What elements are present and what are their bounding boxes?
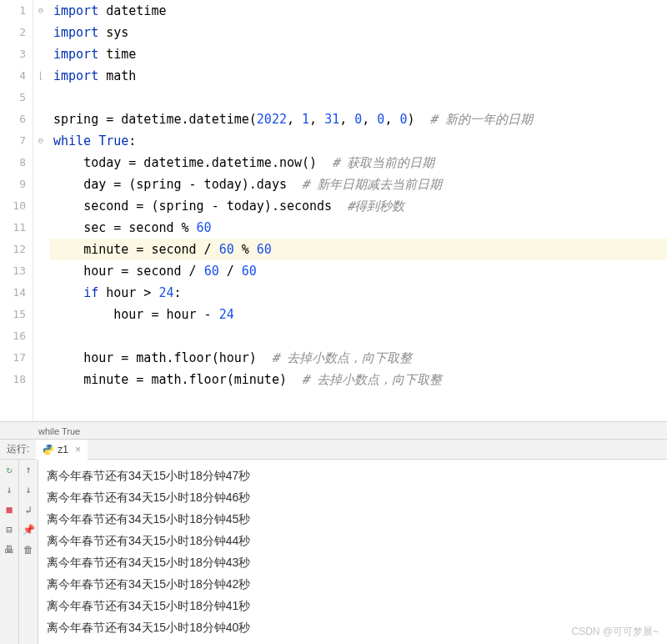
wrap-button[interactable]: ↲ bbox=[22, 503, 35, 516]
line-number: 14 bbox=[0, 282, 26, 304]
line-number: 17 bbox=[0, 347, 26, 369]
line-number: 3 bbox=[0, 43, 26, 65]
line-number: 15 bbox=[0, 304, 26, 325]
line-number: 2 bbox=[0, 22, 26, 43]
console-line: 离今年春节还有34天15小时18分钟45秒 bbox=[47, 508, 659, 530]
fold-marker[interactable]: ⊖ bbox=[33, 130, 48, 152]
fold-marker bbox=[33, 347, 48, 369]
line-number: 11 bbox=[0, 217, 26, 239]
code-line[interactable]: hour = hour - 24 bbox=[50, 304, 667, 325]
fold-marker bbox=[33, 282, 48, 304]
code-line[interactable]: hour = second / 60 / 60 bbox=[50, 260, 667, 282]
console-toolbar-left: ↻ ↓ ■ ⊟ 🖶 bbox=[0, 460, 19, 644]
code-line[interactable] bbox=[50, 325, 667, 347]
code-line[interactable]: import sys bbox=[50, 22, 667, 43]
breadcrumb[interactable]: while True bbox=[0, 421, 667, 440]
line-number: 18 bbox=[0, 369, 26, 390]
fold-marker bbox=[33, 239, 48, 260]
code-line[interactable]: minute = math.floor(minute) # 去掉小数点，向下取整 bbox=[50, 369, 667, 390]
fold-marker[interactable]: ⌊ bbox=[33, 65, 48, 87]
fold-marker bbox=[33, 195, 48, 217]
fold-marker bbox=[33, 152, 48, 174]
console-line: 离今年春节还有34天15小时18分钟46秒 bbox=[47, 486, 659, 508]
watermark: CSDN @可可梦展~ bbox=[571, 625, 659, 639]
scroll-down-button[interactable]: ↓ bbox=[22, 483, 35, 496]
code-line[interactable]: import math bbox=[50, 65, 667, 87]
line-number: 8 bbox=[0, 152, 26, 174]
line-number: 1 bbox=[0, 0, 26, 22]
console-line: 离今年春节还有34天15小时18分钟40秒 bbox=[47, 616, 659, 638]
fold-marker bbox=[33, 108, 48, 130]
layout-button[interactable]: ⊟ bbox=[3, 523, 16, 536]
fold-marker bbox=[33, 217, 48, 239]
code-line[interactable]: if hour > 24: bbox=[50, 282, 667, 304]
down-button[interactable]: ↓ bbox=[3, 483, 16, 496]
code-editor[interactable]: 123456789101112131415161718 ⊖⌊⊖ import d… bbox=[0, 0, 667, 421]
console-line: 离今年春节还有34天15小时18分钟44秒 bbox=[47, 530, 659, 551]
line-number: 9 bbox=[0, 174, 26, 195]
scroll-up-button[interactable]: ↑ bbox=[22, 463, 35, 476]
line-number: 5 bbox=[0, 87, 26, 108]
code-line[interactable]: today = datetime.datetime.now() # 获取当前的日… bbox=[50, 152, 667, 174]
code-area[interactable]: import datetimeimport sysimport timeimpo… bbox=[48, 0, 667, 421]
fold-marker bbox=[33, 22, 48, 43]
fold-marker bbox=[33, 174, 48, 195]
line-number: 4 bbox=[0, 65, 26, 87]
python-icon bbox=[43, 444, 54, 455]
console-line: 离今年春节还有34天15小时18分钟42秒 bbox=[47, 573, 659, 595]
fold-gutter[interactable]: ⊖⌊⊖ bbox=[33, 0, 48, 421]
trash-button[interactable]: 🗑 bbox=[22, 543, 35, 556]
console-line: 离今年春节还有34天15小时18分钟41秒 bbox=[47, 595, 659, 616]
code-line[interactable]: second = (spring - today).seconds #得到秒数 bbox=[50, 195, 667, 217]
fold-marker bbox=[33, 369, 48, 390]
code-line[interactable]: hour = math.floor(hour) # 去掉小数点，向下取整 bbox=[50, 347, 667, 369]
line-number: 7 bbox=[0, 130, 26, 152]
svg-point-0 bbox=[47, 445, 48, 446]
pin-button[interactable]: 📌 bbox=[22, 523, 35, 536]
line-number-gutter: 123456789101112131415161718 bbox=[0, 0, 33, 421]
code-line[interactable]: day = (spring - today).days # 新年日期减去当前日期 bbox=[50, 174, 667, 195]
code-line[interactable]: while True: bbox=[50, 130, 667, 152]
line-number: 13 bbox=[0, 260, 26, 282]
print-button[interactable]: 🖶 bbox=[3, 543, 16, 556]
line-number: 6 bbox=[0, 108, 26, 130]
console-toolbar-right: ↑ ↓ ↲ 📌 🗑 bbox=[19, 460, 38, 644]
code-line[interactable] bbox=[50, 87, 667, 108]
code-line[interactable]: spring = datetime.datetime(2022, 1, 31, … bbox=[50, 108, 667, 130]
fold-marker bbox=[33, 87, 48, 108]
fold-marker[interactable]: ⊖ bbox=[33, 0, 48, 22]
svg-point-1 bbox=[49, 452, 50, 453]
fold-marker bbox=[33, 260, 48, 282]
rerun-button[interactable]: ↻ bbox=[3, 463, 16, 476]
close-icon[interactable]: × bbox=[75, 444, 81, 455]
code-line[interactable]: sec = second % 60 bbox=[50, 217, 667, 239]
console-line: 离今年春节还有34天15小时18分钟43秒 bbox=[47, 551, 659, 573]
fold-marker bbox=[33, 304, 48, 325]
breadcrumb-text: while True bbox=[38, 426, 80, 436]
line-number: 12 bbox=[0, 239, 26, 260]
run-tab[interactable]: z1 × bbox=[36, 440, 88, 460]
run-label: 运行: bbox=[0, 442, 36, 456]
fold-marker bbox=[33, 43, 48, 65]
fold-marker bbox=[33, 325, 48, 347]
run-toolbar: 运行: z1 × bbox=[0, 440, 667, 460]
console-line: 离今年春节还有34天15小时18分钟47秒 bbox=[47, 465, 659, 486]
console-panel: ↻ ↓ ■ ⊟ 🖶 ↑ ↓ ↲ 📌 🗑 离今年春节还有34天15小时18分钟47… bbox=[0, 460, 667, 644]
code-line[interactable]: import time bbox=[50, 43, 667, 65]
console-output[interactable]: 离今年春节还有34天15小时18分钟47秒离今年春节还有34天15小时18分钟4… bbox=[38, 460, 667, 644]
code-line[interactable]: minute = second / 60 % 60 bbox=[50, 239, 667, 260]
stop-button[interactable]: ■ bbox=[3, 503, 16, 516]
line-number: 10 bbox=[0, 195, 26, 217]
code-line[interactable]: import datetime bbox=[50, 0, 667, 22]
line-number: 16 bbox=[0, 325, 26, 347]
run-tab-name: z1 bbox=[58, 444, 68, 455]
